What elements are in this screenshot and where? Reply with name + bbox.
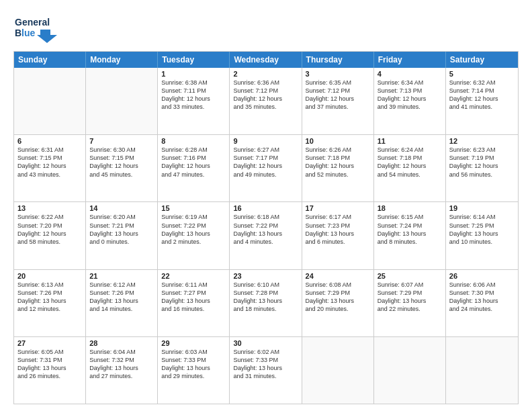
cell-day-number: 8 [161, 137, 226, 145]
svg-marker-3 [37, 30, 57, 43]
day-header-sunday: Sunday [14, 52, 86, 68]
cell-info: Sunrise: 6:27 AM Sunset: 7:17 PM Dayligh… [233, 146, 298, 179]
header: General B lue [13, 11, 519, 44]
calendar-row-5: 27Sunrise: 6:05 AM Sunset: 7:31 PM Dayli… [14, 337, 518, 404]
cell-info: Sunrise: 6:05 AM Sunset: 7:31 PM Dayligh… [17, 348, 82, 381]
calendar-cell [374, 337, 446, 404]
cell-info: Sunrise: 6:20 AM Sunset: 7:21 PM Dayligh… [89, 213, 154, 246]
calendar-header: SundayMondayTuesdayWednesdayThursdayFrid… [14, 52, 518, 68]
day-header-wednesday: Wednesday [230, 52, 302, 68]
cell-info: Sunrise: 6:32 AM Sunset: 7:14 PM Dayligh… [449, 79, 515, 111]
cell-info: Sunrise: 6:07 AM Sunset: 7:29 PM Dayligh… [378, 281, 442, 314]
cell-day-number: 4 [378, 70, 442, 78]
cell-info: Sunrise: 6:11 AM Sunset: 7:27 PM Dayligh… [161, 281, 226, 314]
calendar-cell: 10Sunrise: 6:26 AM Sunset: 7:18 PM Dayli… [302, 135, 374, 201]
cell-info: Sunrise: 6:35 AM Sunset: 7:12 PM Dayligh… [306, 79, 370, 111]
cell-day-number: 22 [161, 272, 226, 280]
calendar-cell: 22Sunrise: 6:11 AM Sunset: 7:27 PM Dayli… [158, 270, 230, 336]
cell-info: Sunrise: 6:38 AM Sunset: 7:11 PM Dayligh… [161, 79, 226, 111]
cell-day-number: 18 [378, 204, 442, 212]
day-header-monday: Monday [86, 52, 158, 68]
day-header-friday: Friday [374, 52, 446, 68]
day-header-tuesday: Tuesday [158, 52, 230, 68]
cell-info: Sunrise: 6:17 AM Sunset: 7:23 PM Dayligh… [306, 213, 370, 246]
cell-day-number: 20 [17, 272, 82, 280]
cell-day-number: 10 [306, 137, 370, 145]
calendar-cell: 25Sunrise: 6:07 AM Sunset: 7:29 PM Dayli… [374, 270, 446, 336]
cell-info: Sunrise: 6:06 AM Sunset: 7:30 PM Dayligh… [449, 281, 515, 314]
calendar-cell: 29Sunrise: 6:03 AM Sunset: 7:33 PM Dayli… [158, 337, 230, 404]
cell-info: Sunrise: 6:15 AM Sunset: 7:24 PM Dayligh… [378, 213, 442, 246]
calendar-cell: 14Sunrise: 6:20 AM Sunset: 7:21 PM Dayli… [86, 202, 158, 269]
calendar-cell [302, 337, 374, 404]
calendar-cell: 13Sunrise: 6:22 AM Sunset: 7:20 PM Dayli… [14, 202, 86, 269]
calendar-row-1: 1Sunrise: 6:38 AM Sunset: 7:11 PM Daylig… [14, 68, 518, 135]
calendar-cell: 17Sunrise: 6:17 AM Sunset: 7:23 PM Dayli… [302, 202, 374, 269]
calendar-cell: 28Sunrise: 6:04 AM Sunset: 7:32 PM Dayli… [86, 337, 158, 404]
cell-day-number: 23 [233, 272, 298, 280]
cell-day-number: 9 [233, 137, 298, 145]
cell-day-number: 19 [449, 204, 515, 212]
cell-day-number: 25 [378, 272, 442, 280]
calendar-cell: 30Sunrise: 6:02 AM Sunset: 7:33 PM Dayli… [230, 337, 302, 404]
logo: General B lue [13, 11, 74, 44]
cell-info: Sunrise: 6:13 AM Sunset: 7:26 PM Dayligh… [17, 281, 82, 314]
calendar-cell: 15Sunrise: 6:19 AM Sunset: 7:22 PM Dayli… [158, 202, 230, 269]
cell-info: Sunrise: 6:12 AM Sunset: 7:26 PM Dayligh… [89, 281, 154, 314]
logo-icon: General B lue [13, 11, 74, 44]
calendar-row-3: 13Sunrise: 6:22 AM Sunset: 7:20 PM Dayli… [14, 202, 518, 269]
day-header-saturday: Saturday [446, 52, 518, 68]
cell-info: Sunrise: 6:23 AM Sunset: 7:19 PM Dayligh… [449, 146, 515, 179]
calendar-cell: 19Sunrise: 6:14 AM Sunset: 7:25 PM Dayli… [446, 202, 518, 269]
cell-info: Sunrise: 6:36 AM Sunset: 7:12 PM Dayligh… [233, 79, 298, 111]
calendar-cell: 21Sunrise: 6:12 AM Sunset: 7:26 PM Dayli… [86, 270, 158, 336]
calendar-cell: 4Sunrise: 6:34 AM Sunset: 7:13 PM Daylig… [374, 68, 446, 134]
calendar-row-2: 6Sunrise: 6:31 AM Sunset: 7:15 PM Daylig… [14, 135, 518, 202]
calendar-cell: 2Sunrise: 6:36 AM Sunset: 7:12 PM Daylig… [230, 68, 302, 134]
calendar-cell [14, 68, 86, 134]
calendar-cell: 12Sunrise: 6:23 AM Sunset: 7:19 PM Dayli… [446, 135, 518, 201]
cell-day-number: 1 [161, 70, 226, 78]
page: General B lue SundayMondayTuesdayWednesd… [0, 0, 532, 411]
cell-info: Sunrise: 6:14 AM Sunset: 7:25 PM Dayligh… [449, 213, 515, 246]
cell-day-number: 16 [233, 204, 298, 212]
cell-day-number: 7 [89, 137, 154, 145]
calendar-cell: 7Sunrise: 6:30 AM Sunset: 7:15 PM Daylig… [86, 135, 158, 201]
calendar-cell: 9Sunrise: 6:27 AM Sunset: 7:17 PM Daylig… [230, 135, 302, 201]
calendar-cell: 3Sunrise: 6:35 AM Sunset: 7:12 PM Daylig… [302, 68, 374, 134]
cell-info: Sunrise: 6:02 AM Sunset: 7:33 PM Dayligh… [233, 348, 298, 381]
calendar-cell: 11Sunrise: 6:24 AM Sunset: 7:18 PM Dayli… [374, 135, 446, 201]
calendar-cell: 6Sunrise: 6:31 AM Sunset: 7:15 PM Daylig… [14, 135, 86, 201]
calendar-cell: 1Sunrise: 6:38 AM Sunset: 7:11 PM Daylig… [158, 68, 230, 134]
calendar-cell: 27Sunrise: 6:05 AM Sunset: 7:31 PM Dayli… [14, 337, 86, 404]
calendar-cell [446, 337, 518, 404]
calendar-cell: 8Sunrise: 6:28 AM Sunset: 7:16 PM Daylig… [158, 135, 230, 201]
cell-info: Sunrise: 6:19 AM Sunset: 7:22 PM Dayligh… [161, 213, 226, 246]
cell-info: Sunrise: 6:24 AM Sunset: 7:18 PM Dayligh… [378, 146, 442, 179]
svg-text:lue: lue [21, 28, 35, 38]
calendar-body: 1Sunrise: 6:38 AM Sunset: 7:11 PM Daylig… [14, 68, 518, 404]
cell-day-number: 30 [233, 339, 298, 347]
cell-day-number: 27 [17, 339, 82, 347]
cell-info: Sunrise: 6:22 AM Sunset: 7:20 PM Dayligh… [17, 213, 82, 246]
svg-text:General: General [15, 17, 50, 28]
cell-info: Sunrise: 6:04 AM Sunset: 7:32 PM Dayligh… [89, 348, 154, 381]
cell-info: Sunrise: 6:10 AM Sunset: 7:28 PM Dayligh… [233, 281, 298, 314]
cell-info: Sunrise: 6:31 AM Sunset: 7:15 PM Dayligh… [17, 146, 82, 179]
cell-info: Sunrise: 6:03 AM Sunset: 7:33 PM Dayligh… [161, 348, 226, 381]
calendar: SundayMondayTuesdayWednesdayThursdayFrid… [13, 51, 519, 404]
calendar-cell [86, 68, 158, 134]
cell-day-number: 29 [161, 339, 226, 347]
cell-info: Sunrise: 6:34 AM Sunset: 7:13 PM Dayligh… [378, 79, 442, 111]
calendar-cell: 16Sunrise: 6:18 AM Sunset: 7:22 PM Dayli… [230, 202, 302, 269]
cell-day-number: 6 [17, 137, 82, 145]
calendar-cell: 23Sunrise: 6:10 AM Sunset: 7:28 PM Dayli… [230, 270, 302, 336]
cell-day-number: 24 [306, 272, 370, 280]
cell-info: Sunrise: 6:26 AM Sunset: 7:18 PM Dayligh… [306, 146, 370, 179]
cell-day-number: 26 [449, 272, 515, 280]
cell-day-number: 11 [378, 137, 442, 145]
calendar-cell: 24Sunrise: 6:08 AM Sunset: 7:29 PM Dayli… [302, 270, 374, 336]
cell-day-number: 15 [161, 204, 226, 212]
calendar-cell: 5Sunrise: 6:32 AM Sunset: 7:14 PM Daylig… [446, 68, 518, 134]
cell-info: Sunrise: 6:28 AM Sunset: 7:16 PM Dayligh… [161, 146, 226, 179]
